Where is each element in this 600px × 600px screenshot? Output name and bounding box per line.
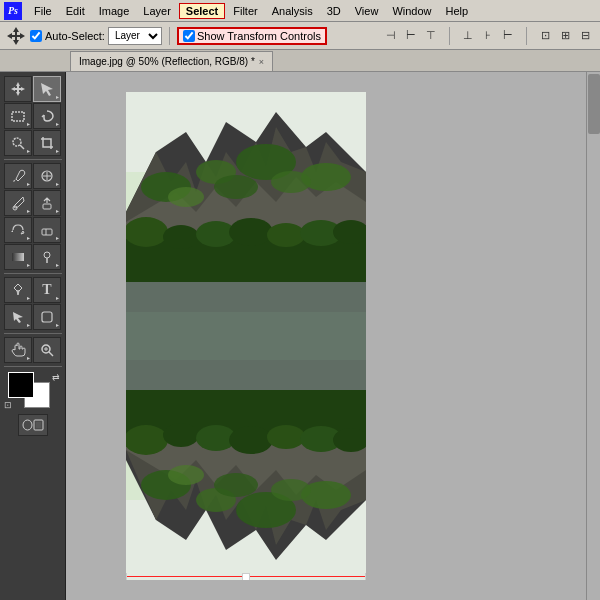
- distribute-center-v-icon[interactable]: ⊦: [479, 27, 497, 45]
- type-btn[interactable]: T ▸: [33, 277, 61, 303]
- hand-btn[interactable]: ▸: [4, 337, 32, 363]
- doc-tab-close[interactable]: ×: [259, 57, 264, 67]
- dodge-btn[interactable]: ▸: [33, 244, 61, 270]
- scrollbar-thumb[interactable]: [588, 74, 600, 134]
- app-logo: Ps: [4, 2, 22, 20]
- fg-color-swatch[interactable]: [8, 372, 34, 398]
- menu-3d[interactable]: 3D: [321, 4, 347, 18]
- arrange-icon[interactable]: ⊡: [536, 27, 554, 45]
- canvas-area: ◈: [66, 72, 600, 600]
- lasso-btn[interactable]: ▸: [33, 103, 61, 129]
- tool-row-7: ▸ ▸: [4, 244, 61, 270]
- eraser-btn[interactable]: ▸: [33, 217, 61, 243]
- svg-point-40: [229, 218, 273, 246]
- layer-select-dropdown[interactable]: Layer Group: [108, 27, 162, 45]
- menu-help[interactable]: Help: [440, 4, 475, 18]
- svg-line-18: [49, 352, 53, 356]
- menu-file[interactable]: File: [28, 4, 58, 18]
- gradient-btn[interactable]: ▸: [4, 244, 32, 270]
- zoom-btn[interactable]: [33, 337, 61, 363]
- svg-point-37: [126, 217, 168, 247]
- distribute-bottom-icon[interactable]: ⊢: [499, 27, 517, 45]
- tool-row-6: ▸ ▸: [4, 217, 61, 243]
- clone-stamp-btn[interactable]: ▸: [33, 190, 61, 216]
- options-right-icons: ⊣ ⊢ ⊤ ⊥ ⊦ ⊢ ⊡ ⊞ ⊟: [382, 27, 594, 45]
- svg-point-59: [126, 425, 168, 455]
- svg-point-33: [168, 187, 204, 207]
- options-bar: Auto-Select: Layer Group Show Transform …: [0, 22, 600, 50]
- tool-row-3: ▸ ▸: [4, 130, 61, 156]
- heal-btn[interactable]: ▸: [33, 163, 61, 189]
- svg-marker-0: [7, 27, 25, 45]
- move-tool-btn[interactable]: [4, 76, 32, 102]
- menu-image[interactable]: Image: [93, 4, 136, 18]
- image-bottom: ◈: [126, 336, 366, 580]
- menu-edit[interactable]: Edit: [60, 4, 91, 18]
- menu-analysis[interactable]: Analysis: [266, 4, 319, 18]
- svg-rect-21: [23, 420, 32, 430]
- menu-view[interactable]: View: [349, 4, 385, 18]
- separator-3: [526, 27, 527, 45]
- align-right-icon[interactable]: ⊤: [422, 27, 440, 45]
- show-transform-checkbox[interactable]: [183, 30, 195, 42]
- menu-layer[interactable]: Layer: [137, 4, 177, 18]
- tools-sep-3: [4, 333, 62, 334]
- tool-row-5: ▸ ▸: [4, 190, 61, 216]
- auto-select-label: Auto-Select:: [45, 30, 105, 42]
- svg-point-57: [271, 479, 311, 501]
- separator-1: [169, 27, 170, 45]
- svg-point-62: [229, 426, 273, 454]
- svg-marker-1: [11, 82, 25, 96]
- warp-icon[interactable]: ⊟: [576, 27, 594, 45]
- transform-icon[interactable]: ⊞: [556, 27, 574, 45]
- auto-select-checkbox[interactable]: [30, 30, 42, 42]
- doc-tab-title: Image.jpg @ 50% (Reflection, RGB/8) *: [79, 56, 255, 67]
- swap-colors-icon[interactable]: ⇄: [52, 372, 60, 382]
- show-transform-group: Show Transform Controls: [177, 27, 327, 45]
- tools-panel: ▸ ▸ ▸: [0, 72, 66, 600]
- default-colors-icon[interactable]: ⊡: [4, 400, 12, 410]
- svg-rect-67: [126, 336, 366, 360]
- svg-rect-45: [126, 312, 366, 336]
- separator-2: [449, 27, 450, 45]
- tool-row-1: ▸: [4, 76, 61, 102]
- tools-sep-2: [4, 273, 62, 274]
- distribute-top-icon[interactable]: ⊥: [459, 27, 477, 45]
- svg-rect-12: [12, 253, 24, 261]
- menu-filter[interactable]: Filter: [227, 4, 263, 18]
- crop-btn[interactable]: ▸: [33, 130, 61, 156]
- svg-point-41: [267, 223, 305, 247]
- svg-rect-23: [36, 422, 41, 428]
- pen-btn[interactable]: ▸: [4, 277, 32, 303]
- svg-point-38: [163, 225, 199, 249]
- vertical-scrollbar[interactable]: [586, 72, 600, 600]
- history-brush-btn[interactable]: ▸: [4, 217, 32, 243]
- svg-point-55: [168, 465, 204, 485]
- svg-rect-9: [43, 204, 51, 209]
- quick-select-btn[interactable]: ▸: [4, 130, 32, 156]
- eyedropper-btn[interactable]: ▸: [4, 163, 32, 189]
- path-select-btn[interactable]: ▸: [4, 304, 32, 330]
- main-area: ▸ ▸ ▸: [0, 72, 600, 600]
- svg-point-34: [214, 175, 258, 199]
- tool-row-4: ▸ ▸: [4, 163, 61, 189]
- svg-point-3: [13, 138, 21, 146]
- menu-select[interactable]: Select: [179, 3, 225, 19]
- svg-point-60: [163, 423, 199, 447]
- brush-btn[interactable]: ▸: [4, 190, 32, 216]
- quick-mask-btn[interactable]: [18, 414, 48, 436]
- svg-point-35: [271, 171, 311, 193]
- menu-bar: Ps File Edit Image Layer Select Filter A…: [0, 0, 600, 22]
- svg-point-15: [17, 290, 19, 292]
- shape-btn[interactable]: ▸: [33, 304, 61, 330]
- align-center-h-icon[interactable]: ⊢: [402, 27, 420, 45]
- document-tab[interactable]: Image.jpg @ 50% (Reflection, RGB/8) * ×: [70, 51, 273, 71]
- move-tool-icon: [6, 26, 26, 46]
- align-left-icon[interactable]: ⊣: [382, 27, 400, 45]
- tools-sep-1: [4, 159, 62, 160]
- rect-marquee-btn[interactable]: ▸: [4, 103, 32, 129]
- tool-row-2: ▸ ▸: [4, 103, 61, 129]
- tool-row-9: ▸ ▸: [4, 304, 61, 330]
- selection-tool-btn[interactable]: ▸: [33, 76, 61, 102]
- menu-window[interactable]: Window: [386, 4, 437, 18]
